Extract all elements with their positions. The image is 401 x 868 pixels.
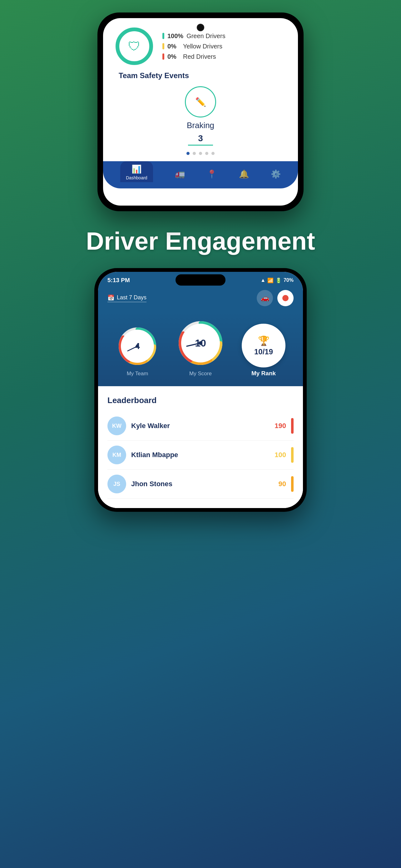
phone1-content: 🛡 100% Green Drivers 0% Yellow Drivers <box>103 18 298 155</box>
top-buttons: 🚗 <box>257 290 294 306</box>
lb-bar-js <box>291 476 294 492</box>
my-score-gauge: 10 <box>175 318 226 368</box>
nav-notifications[interactable]: 🔔 <box>239 169 249 179</box>
lb-name-js: Jhon Stones <box>131 480 274 488</box>
lb-bar-kw <box>291 418 294 434</box>
battery-pct: 70% <box>283 277 294 283</box>
rank-value: 10/19 <box>254 347 273 356</box>
phone-2: 5:13 PM ▲ 📶 🔋 70% 📅 Last 7 Days 🚗 <box>94 268 307 512</box>
legend-red: 0% Red Drivers <box>162 53 226 60</box>
lb-avatar-kw: KW <box>107 416 126 435</box>
lb-bar-km <box>291 447 294 463</box>
lb-initials-km: KM <box>112 452 121 458</box>
nav-dashboard-label: Dashboard <box>126 175 147 180</box>
my-team-label: My Team <box>127 371 148 377</box>
lb-score-kw: 190 <box>274 422 286 430</box>
safety-event-center: ✏️ Braking 3 <box>119 86 282 146</box>
date-filter[interactable]: 📅 Last 7 Days <box>107 294 146 302</box>
phone-1-camera <box>197 24 204 31</box>
record-button[interactable] <box>277 290 294 306</box>
lb-avatar-km: KM <box>107 445 126 464</box>
my-rank-card: 🏆 10/19 My Rank <box>242 324 286 377</box>
red-bar <box>162 54 164 60</box>
vehicle-icon: 🚛 <box>175 169 185 179</box>
red-pct: 0% <box>167 53 180 60</box>
team-safety-section: Team Safety Events ✏️ Braking 3 <box>115 71 286 146</box>
braking-label: Braking <box>187 121 214 130</box>
yellow-bar <box>162 43 164 50</box>
lb-row-km: KM Ktlian Mbappe 100 <box>107 440 294 470</box>
dot-2 <box>193 152 196 155</box>
score-section: 4 My Team <box>98 312 303 386</box>
my-score-center: 10 <box>181 324 220 363</box>
my-team-card: 4 My Team <box>115 324 159 377</box>
green-pct: 100% <box>167 32 183 40</box>
dots-indicator <box>115 152 286 155</box>
phone-2-screen: 5:13 PM ▲ 📶 🔋 70% 📅 Last 7 Days 🚗 <box>98 272 303 508</box>
rank-circle: 🏆 10/19 <box>242 324 286 367</box>
dot-4 <box>205 152 208 155</box>
my-score-label: My Score <box>189 371 212 377</box>
date-filter-label: Last 7 Days <box>117 294 146 301</box>
lb-score-js: 90 <box>278 480 286 488</box>
green-label: Green Drivers <box>187 32 225 40</box>
signal-icon: 📶 <box>267 277 274 283</box>
dot-3 <box>199 152 202 155</box>
lb-avatar-js: JS <box>107 475 126 493</box>
battery-icon: 🔋 <box>275 277 282 283</box>
nav-settings[interactable]: ⚙️ <box>271 169 281 179</box>
wifi-icon: ▲ <box>261 277 265 283</box>
my-team-gauge: 4 <box>115 324 159 368</box>
lb-initials-js: JS <box>113 481 120 488</box>
my-team-value: 4 <box>135 341 140 351</box>
status-time: 5:13 PM <box>107 277 130 284</box>
green-bar <box>162 33 164 39</box>
nav-dashboard[interactable]: 📊 Dashboard <box>120 161 153 182</box>
leaderboard-title: Leaderboard <box>107 396 294 405</box>
location-icon: 📍 <box>207 169 217 179</box>
lb-score-km: 100 <box>274 451 286 459</box>
top-controls: 📅 Last 7 Days 🚗 <box>98 287 303 312</box>
team-safety-title: Team Safety Events <box>119 71 282 80</box>
yellow-label: Yellow Drivers <box>183 43 222 50</box>
my-team-value-container: 4 <box>121 330 154 363</box>
bottom-nav: 📊 Dashboard 🚛 📍 🔔 ⚙️ <box>103 161 298 188</box>
phone-1: 🛡 100% Green Drivers 0% Yellow Drivers <box>97 12 304 211</box>
dot-1 <box>187 152 190 155</box>
lb-initials-kw: KW <box>112 423 122 429</box>
lb-name-km: Ktlian Mbappe <box>131 451 269 459</box>
red-label: Red Drivers <box>183 53 216 60</box>
lb-name-kw: Kyle Walker <box>131 422 269 430</box>
shield-icon: 🛡 <box>128 39 140 54</box>
shield-circle: 🛡 <box>115 28 153 65</box>
record-dot <box>282 295 289 301</box>
legend-yellow: 0% Yellow Drivers <box>162 43 226 50</box>
leaderboard-section: Leaderboard KW Kyle Walker 190 KM Ktlian… <box>98 386 303 508</box>
trophy-icon: 🏆 <box>258 335 269 346</box>
my-score-value: 10 <box>195 337 206 349</box>
driver-legend: 100% Green Drivers 0% Yellow Drivers 0% … <box>162 32 226 60</box>
car-check-icon: 🚗 <box>261 294 269 302</box>
nav-location[interactable]: 📍 <box>207 169 217 179</box>
phone-1-screen: 🛡 100% Green Drivers 0% Yellow Drivers <box>103 18 298 206</box>
phone-2-notch <box>175 274 226 286</box>
my-rank-label: My Rank <box>252 370 276 377</box>
legend-green: 100% Green Drivers <box>162 32 226 40</box>
bell-icon: 🔔 <box>239 169 249 179</box>
braking-icon: ✏️ <box>195 97 206 107</box>
calendar-icon: 📅 <box>107 294 114 301</box>
car-check-button[interactable]: 🚗 <box>257 290 273 306</box>
my-score-card: 10 My Score <box>175 318 226 377</box>
lb-row-kyle: KW Kyle Walker 190 <box>107 411 294 440</box>
dot-5 <box>211 152 214 155</box>
dashboard-icon: 📊 <box>132 164 141 174</box>
lb-row-js: JS Jhon Stones 90 <box>107 470 294 499</box>
gear-icon: ⚙️ <box>271 169 281 179</box>
driver-stats-row: 🛡 100% Green Drivers 0% Yellow Drivers <box>115 28 286 65</box>
nav-vehicle[interactable]: 🚛 <box>175 169 185 179</box>
section-title: Driver Engagement <box>86 227 315 256</box>
braking-circle: ✏️ <box>185 86 216 118</box>
status-icons: ▲ 📶 🔋 70% <box>261 277 294 283</box>
braking-value: 3 <box>188 133 213 146</box>
yellow-pct: 0% <box>167 43 180 50</box>
